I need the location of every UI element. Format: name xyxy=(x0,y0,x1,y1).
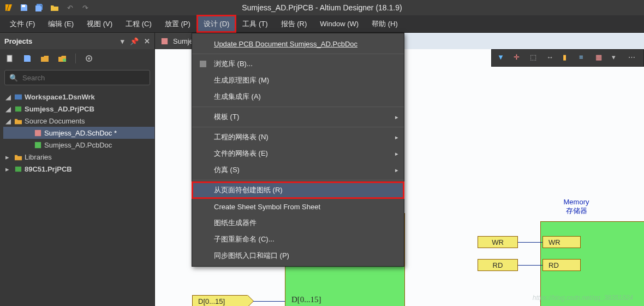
port-wr-right[interactable]: WR xyxy=(542,236,581,248)
layers-icon[interactable]: ▮ xyxy=(563,53,573,63)
menu-help[interactable]: 帮助 (H) xyxy=(365,15,404,32)
save-all-icon[interactable] xyxy=(35,3,44,12)
menu-view[interactable]: 视图 (V) xyxy=(80,15,119,32)
svg-rect-9 xyxy=(15,166,21,171)
port-rd-right[interactable]: RD xyxy=(542,259,581,271)
compile-icon[interactable] xyxy=(40,54,49,63)
search-icon: 🔍 xyxy=(9,74,18,82)
menu-rename[interactable]: 子图重新命名 (C)... xyxy=(192,231,404,248)
panel-menu-icon[interactable]: ▾ xyxy=(121,37,124,45)
menu-gen-schlib[interactable]: 生成原理图库 (M) xyxy=(192,72,404,89)
menu-update-pcb[interactable]: Update PCB Document Sumjess_AD.PcbDoc xyxy=(192,36,404,52)
title-bar: ↶ ↷ Sumjess_AD.PrjPCB - Altium Designer … xyxy=(0,0,644,15)
svg-rect-7 xyxy=(35,130,41,136)
window-title: Sumjess_AD.PrjPCB - Altium Designer (18.… xyxy=(242,3,402,12)
menu-report[interactable]: 报告 (R) xyxy=(275,15,314,32)
project-icon xyxy=(14,105,22,113)
svg-rect-8 xyxy=(35,142,41,148)
tree-project2[interactable]: ▸89C51.PrjPCB xyxy=(3,163,154,175)
folder-icon xyxy=(14,153,22,161)
move-icon[interactable]: ↔ xyxy=(546,53,556,63)
menu-file[interactable]: 文件 (F) xyxy=(3,15,41,32)
workspace-icon xyxy=(14,93,22,101)
project-icon xyxy=(14,165,22,173)
menu-sim[interactable]: 仿真 (S) xyxy=(192,162,404,178)
menu-gen-intlib[interactable]: 生成集成库 (A) xyxy=(192,89,404,105)
project-tree: ◢Workspace1.DsnWrk ◢Sumjess_AD.PrjPCB ◢S… xyxy=(0,89,154,175)
folder-icon xyxy=(14,117,22,125)
svg-rect-6 xyxy=(15,106,21,111)
port-rd-left[interactable]: RD xyxy=(478,259,518,271)
menu-browse-lib[interactable]: 浏览库 (B)... xyxy=(192,56,404,72)
svg-point-4 xyxy=(88,57,90,60)
svg-point-2 xyxy=(63,58,66,62)
view-toolbar: ▼ ✛ ⬚ ↔ ▮ ≡ ▦ ▾ ⋯ xyxy=(491,49,644,67)
search-input[interactable] xyxy=(22,74,145,82)
chevron-down-icon[interactable]: ▾ xyxy=(612,53,622,63)
lib-icon xyxy=(199,60,207,68)
filter-icon[interactable]: ▼ xyxy=(497,53,507,63)
svg-rect-5 xyxy=(15,94,22,99)
menu-sync[interactable]: 同步图纸入口和端口 (P) xyxy=(192,248,404,264)
projects-panel: Projects ▾ 📌 ✕ 🔍 ◢Workspace1.DsnWrk ◢Sum… xyxy=(0,33,155,306)
redo-icon[interactable]: ↷ xyxy=(81,3,90,12)
app-icon xyxy=(4,3,13,12)
close-panel-icon[interactable]: ✕ xyxy=(144,37,150,45)
menu-sheet-gen[interactable]: 图纸生成器件 xyxy=(192,215,404,231)
tree-libs[interactable]: ▸Libraries xyxy=(3,151,154,163)
align-icon[interactable]: ≡ xyxy=(579,53,589,63)
undo-icon[interactable]: ↶ xyxy=(65,3,74,12)
gear-icon[interactable] xyxy=(85,54,93,63)
grid-icon[interactable]: ▦ xyxy=(595,53,605,63)
tree-source-docs[interactable]: ◢Source Documents xyxy=(3,115,154,127)
tree-pcbdoc[interactable]: Sumjess_AD.PcbDoc xyxy=(3,139,154,151)
refresh-icon[interactable] xyxy=(58,54,67,63)
projects-title: Projects xyxy=(4,37,32,45)
port-wr-left[interactable]: WR xyxy=(478,236,518,248)
port-d-left[interactable]: D[0...15] xyxy=(192,295,248,306)
sch-icon xyxy=(160,37,169,45)
svg-rect-10 xyxy=(162,38,168,44)
menu-create-symbol[interactable]: Create Sheet Symbol From Sheet xyxy=(192,198,404,215)
block-title-memory: Memory存储器 xyxy=(544,198,609,216)
menu-file-netlist[interactable]: 文件的网络表 (E) xyxy=(192,145,404,162)
select-icon[interactable]: ⬚ xyxy=(530,53,540,63)
save-proj-icon[interactable] xyxy=(23,54,32,63)
crosshair-icon[interactable]: ✛ xyxy=(514,53,523,63)
pin-icon[interactable]: 📌 xyxy=(130,37,139,45)
new-doc-icon[interactable] xyxy=(5,54,14,63)
menu-window[interactable]: Window (W) xyxy=(313,15,365,32)
menu-proj-netlist[interactable]: 工程的网络表 (N) xyxy=(192,129,404,145)
pcb-icon xyxy=(34,141,42,149)
menu-place[interactable]: 放置 (P) xyxy=(158,15,197,32)
open-icon[interactable] xyxy=(50,3,59,12)
menu-design[interactable]: 设计 (D) xyxy=(197,15,236,32)
svg-rect-1 xyxy=(7,55,12,62)
tree-workspace[interactable]: ◢Workspace1.DsnWrk xyxy=(3,91,154,103)
menu-bar: 文件 (F) 编辑 (E) 视图 (V) 工程 (C) 放置 (P) 设计 (D… xyxy=(0,15,644,33)
tree-schdoc[interactable]: Sumjess_AD.SchDoc * xyxy=(3,127,154,139)
label-d: D[0...15] xyxy=(291,295,321,304)
menu-tools[interactable]: 工具 (T) xyxy=(236,15,274,32)
watermark: https://blog.csdn.net/qq_38351824 xyxy=(533,294,633,302)
search-box[interactable]: 🔍 xyxy=(4,70,150,85)
save-icon[interactable] xyxy=(20,3,28,12)
sch-icon xyxy=(34,129,42,137)
menu-create-sheet[interactable]: 从页面符创建图纸 (R) xyxy=(192,182,404,198)
projects-toolbar xyxy=(0,49,154,68)
menu-template[interactable]: 模板 (T) xyxy=(192,109,404,125)
more-icon[interactable]: ⋯ xyxy=(628,53,638,63)
design-menu-dropdown: Update PCB Document Sumjess_AD.PcbDoc 浏览… xyxy=(192,33,404,267)
menu-project[interactable]: 工程 (C) xyxy=(119,15,158,32)
tree-project[interactable]: ◢Sumjess_AD.PrjPCB xyxy=(3,103,154,115)
menu-edit[interactable]: 编辑 (E) xyxy=(41,15,80,32)
svg-rect-11 xyxy=(200,61,206,67)
svg-rect-0 xyxy=(22,5,25,7)
